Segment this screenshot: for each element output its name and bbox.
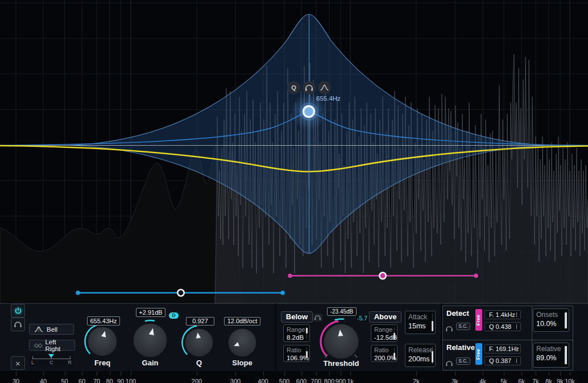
detect-freq-value: F. 1.4kHz [489, 311, 515, 318]
onsets-box[interactable]: Onsets 10.0% [533, 308, 569, 332]
attack-value: 15ms [408, 322, 432, 331]
power-icon [14, 307, 22, 315]
relative-listen-button[interactable] [446, 359, 453, 369]
detect-sidechain-button[interactable]: S.C. [456, 323, 470, 330]
slider-thumb[interactable] [432, 351, 433, 363]
band-listen-button[interactable] [11, 318, 25, 331]
node-toolbar: Q [287, 81, 331, 94]
eq-band-node[interactable] [304, 106, 314, 117]
ruler-tick [235, 372, 236, 376]
below-ratio-label: Ratio [287, 347, 307, 354]
node-dynamics-button[interactable] [318, 81, 331, 94]
slope-label: Slope [225, 359, 259, 367]
slider-thumb[interactable] [432, 321, 433, 331]
ruler-tick [483, 372, 483, 376]
band-range-end-handle[interactable] [280, 291, 285, 295]
ruler-tick [350, 372, 351, 376]
relative-amount-label: Relative [536, 344, 566, 353]
onsets-label: Onsets [536, 310, 566, 319]
ruler-tick [536, 372, 536, 376]
ruler-label: 4k [479, 378, 486, 383]
ruler-label: 10k [565, 378, 575, 383]
band-enable-button[interactable] [11, 304, 25, 318]
node-solo-button[interactable] [303, 81, 316, 94]
relative-freq-value: F. 169.1Hz [489, 345, 519, 352]
band-range-start-handle[interactable] [76, 291, 80, 295]
freq-value[interactable]: 655.43Hz [87, 316, 120, 326]
detect-free-tab[interactable]: Free [475, 309, 482, 331]
threshold-value[interactable]: -23.45dB [327, 307, 357, 316]
band-channel-button[interactable]: ◇◇ Left Right [29, 340, 75, 351]
detect-range-end-handle[interactable] [474, 274, 478, 278]
detection-divider-h [443, 340, 573, 340]
ruler-tick [263, 372, 264, 376]
above-header: Above [369, 311, 401, 323]
ruler-tick [65, 372, 65, 376]
relative-title: Relative [446, 343, 475, 352]
slider-thumb[interactable] [306, 328, 308, 333]
dynamic-badge[interactable]: D [169, 312, 179, 319]
ruler-label: 100 [126, 378, 136, 383]
detection-divider-v [532, 306, 532, 370]
freq-knob[interactable] [85, 324, 117, 356]
band-channel-label: Left Right [45, 339, 70, 352]
relative-freq-field[interactable]: F. 169.1Hz [485, 344, 521, 353]
band-range-center-dot [179, 290, 184, 295]
ruler-label: 400 [258, 378, 268, 383]
relative-amount-box[interactable]: Relative 89.0% [533, 343, 569, 368]
release-box[interactable]: Release 200ms [405, 344, 436, 367]
below-range-box[interactable]: Range 8.2dB [283, 324, 310, 342]
headphone-icon [446, 361, 453, 366]
band-shape-button[interactable]: Bell [29, 324, 74, 335]
above-ratio-label: Ratio [374, 347, 394, 354]
gain-label: Gain [133, 359, 167, 367]
q-knob[interactable] [182, 326, 213, 357]
above-range-label: Range [374, 326, 394, 333]
pan-handle[interactable] [48, 354, 54, 358]
pan-label-right: R [68, 360, 72, 365]
node-q-button-label: Q [291, 84, 296, 91]
ruler-tick [16, 372, 16, 376]
relative-q-field[interactable]: Q 0.387 [485, 356, 521, 365]
detect-range-start-handle[interactable] [288, 274, 292, 278]
ruler-label: 7k [532, 378, 539, 383]
slider-thumb[interactable] [394, 333, 395, 339]
band-delete-button[interactable]: × [11, 356, 25, 370]
bell-shape-icon [34, 326, 43, 332]
ruler-label: 30 [13, 378, 19, 383]
slider-thumb[interactable] [306, 351, 308, 358]
pan-slider[interactable]: L C R [29, 352, 74, 366]
below-ratio-box[interactable]: Ratio 106.9% [283, 345, 310, 362]
attack-box[interactable]: Attack 15ms [405, 311, 436, 334]
ruler-label: 900 [336, 378, 346, 383]
field-tick [516, 359, 517, 363]
headphone-icon [14, 322, 22, 328]
slope-value[interactable]: 12.0dB/oct [224, 317, 260, 326]
detect-freq-field[interactable]: F. 1.4kHz [485, 310, 521, 319]
q-value[interactable]: 0.927 [186, 317, 214, 326]
ruler-tick [329, 372, 330, 376]
slider-thumb[interactable] [394, 353, 395, 360]
detect-q-field[interactable]: Q 0.438 [485, 322, 521, 331]
ruler-tick [284, 372, 285, 376]
above-ratio-box[interactable]: Ratio 200.0% [371, 345, 397, 362]
plugin-window: Q 655.4Hz [0, 0, 588, 383]
ruler-tick [549, 372, 549, 376]
below-range-value: 8.2dB [287, 333, 307, 341]
slope-knob[interactable] [228, 328, 256, 357]
gain-knob[interactable] [133, 320, 167, 357]
relative-sidechain-button[interactable]: S.C. [456, 357, 470, 365]
slider-thumb[interactable] [565, 346, 567, 364]
headphone-icon [314, 315, 321, 320]
gain-value[interactable]: +2.91dB [136, 308, 165, 317]
ruler-tick [110, 372, 110, 376]
below-header: Below [281, 311, 313, 323]
relative-free-tab[interactable]: Free [475, 343, 482, 365]
threshold-listen-button[interactable] [313, 314, 322, 322]
relative-q-value: Q 0.387 [489, 357, 511, 364]
slider-thumb[interactable] [565, 312, 567, 328]
ruler-tick [521, 372, 522, 376]
detect-listen-button[interactable] [446, 324, 453, 334]
above-range-box[interactable]: Range -12.5dB [371, 324, 397, 342]
threshold-knob[interactable] [321, 319, 359, 359]
